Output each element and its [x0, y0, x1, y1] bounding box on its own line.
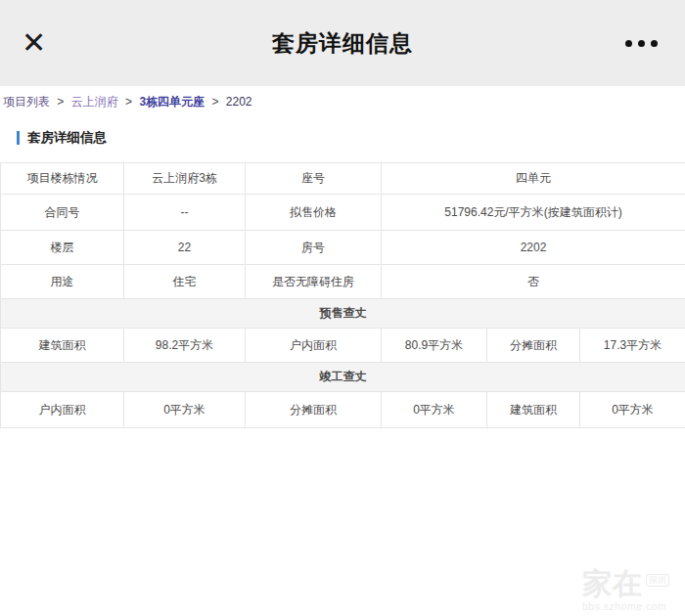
- field-label: 分摊面积: [487, 329, 580, 363]
- breadcrumb-item-project[interactable]: 云上润府: [71, 95, 118, 109]
- field-label: 用途: [1, 265, 124, 299]
- table-section-header: 预售查丈: [1, 299, 685, 329]
- accent-bar: [17, 131, 20, 145]
- field-label: 建筑面积: [1, 329, 124, 363]
- field-label: 户内面积: [246, 329, 382, 363]
- breadcrumb-separator: >: [211, 95, 218, 109]
- field-value: 22: [124, 231, 246, 265]
- table-row: 建筑面积 98.2平方米 户内面积 80.9平方米 分摊面积 17.3平方米: [1, 329, 685, 363]
- field-value: 80.9平方米: [382, 329, 487, 363]
- field-value: 51796.42元/平方米(按建筑面积计): [382, 195, 685, 231]
- close-icon[interactable]: ✕: [22, 0, 46, 86]
- section-title-label: 套房详细信息: [27, 129, 107, 147]
- field-value: 四单元: [382, 163, 685, 195]
- breadcrumb: 项目列表 > 云上润府 > 3栋四单元座 > 2202: [0, 86, 685, 110]
- field-value: 0平方米: [580, 392, 685, 428]
- field-label: 座号: [246, 163, 382, 195]
- field-value: 否: [382, 265, 685, 299]
- szhome-watermark: 家在 深圳 bbs.szhome.com: [582, 569, 680, 612]
- table-row: 项目楼栋情况 云上润府3栋 座号 四单元: [1, 163, 685, 195]
- field-value: --: [124, 195, 246, 231]
- field-value: 17.3平方米: [580, 329, 685, 363]
- breadcrumb-item-project-list[interactable]: 项目列表: [3, 95, 50, 109]
- field-label: 是否无障碍住房: [246, 265, 382, 299]
- watermark-badge: 深圳: [646, 574, 669, 587]
- field-value: 住宅: [124, 265, 246, 299]
- field-label: 拟售价格: [246, 195, 382, 231]
- suite-detail-table: 项目楼栋情况 云上润府3栋 座号 四单元 合同号 -- 拟售价格 51796.4…: [0, 162, 685, 428]
- breadcrumb-separator: >: [125, 95, 132, 109]
- field-value: 98.2平方米: [124, 329, 246, 363]
- watermark-text: 家在: [582, 569, 643, 598]
- table-section-header: 竣工查丈: [1, 363, 685, 392]
- field-label: 建筑面积: [487, 392, 580, 428]
- watermark-url: bbs.szhome.com: [582, 601, 680, 612]
- field-value: 0平方米: [124, 392, 246, 428]
- field-label: 户内面积: [1, 392, 124, 428]
- field-value: 0平方米: [382, 392, 487, 428]
- table-row: 用途 住宅 是否无障碍住房 否: [1, 265, 685, 299]
- field-value: 2202: [382, 231, 685, 265]
- breadcrumb-item-room: 2202: [226, 95, 252, 109]
- page-title: 套房详细信息: [0, 28, 685, 59]
- table-section-row: 预售查丈: [1, 299, 685, 329]
- dot: [625, 40, 632, 47]
- dot: [638, 40, 645, 47]
- dot: [651, 40, 658, 47]
- section-title: 套房详细信息: [17, 129, 685, 147]
- more-menu-icon[interactable]: [625, 0, 658, 86]
- breadcrumb-separator: >: [57, 95, 64, 109]
- field-label: 楼层: [1, 231, 124, 265]
- field-value: 云上润府3栋: [124, 163, 246, 195]
- field-label: 项目楼栋情况: [1, 163, 124, 195]
- table-row: 户内面积 0平方米 分摊面积 0平方米 建筑面积 0平方米: [1, 392, 685, 428]
- app-header: ✕ 套房详细信息: [0, 0, 685, 86]
- table-row: 合同号 -- 拟售价格 51796.42元/平方米(按建筑面积计): [1, 195, 685, 231]
- breadcrumb-item-building-unit[interactable]: 3栋四单元座: [139, 95, 205, 109]
- field-label: 分摊面积: [246, 392, 382, 428]
- table-row: 楼层 22 房号 2202: [1, 231, 685, 265]
- table-section-row: 竣工查丈: [1, 363, 685, 392]
- field-label: 合同号: [1, 195, 124, 231]
- field-label: 房号: [246, 231, 382, 265]
